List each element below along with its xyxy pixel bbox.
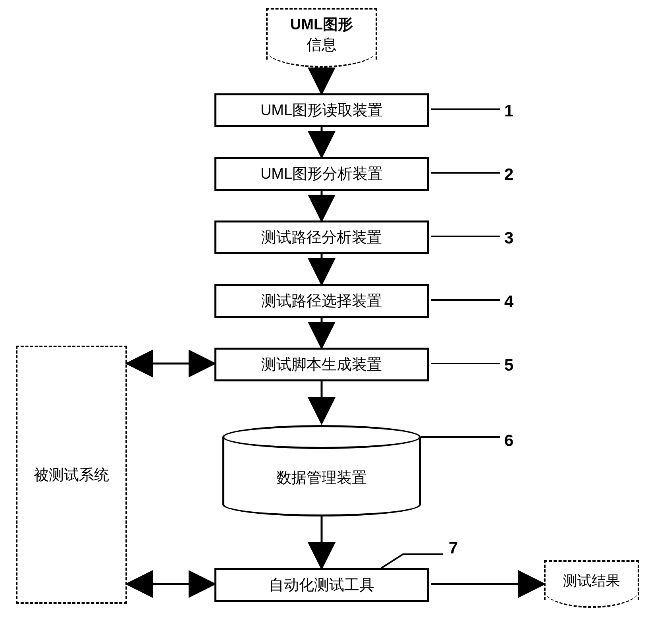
box4-label: 测试路径选择装置 — [261, 291, 382, 311]
cylinder-label: 数据管理装置 — [276, 468, 367, 488]
cylinder-bottom-cover — [224, 493, 419, 505]
box-automation-tool: 自动化测试工具 — [214, 568, 429, 602]
box-test-script-generator: 测试脚本生成装置 — [214, 348, 429, 381]
output-doc-label: 测试结果 — [563, 571, 620, 591]
number-4: 4 — [504, 292, 513, 311]
tested-system-box: 被测试系统 — [16, 346, 127, 604]
box-uml-reader: UML图形读取装置 — [214, 93, 429, 127]
input-doc-line2: 信息 — [307, 35, 337, 55]
diagram-root: UML图形 信息 UML图形读取装置 UML图形分析装置 测试路径分析装置 测试… — [0, 0, 646, 644]
box7-label: 自动化测试工具 — [269, 575, 374, 595]
box-test-path-analyzer: 测试路径分析装置 — [214, 220, 429, 254]
leader-7 — [381, 554, 443, 568]
number-2: 2 — [504, 165, 513, 184]
output-document: 测试结果 — [544, 560, 639, 600]
box3-label: 测试路径分析装置 — [261, 227, 382, 248]
input-doc-line1: UML图形 — [290, 14, 353, 35]
number-1: 1 — [504, 101, 513, 120]
number-7: 7 — [449, 538, 458, 557]
system-label: 被测试系统 — [34, 465, 109, 485]
cylinder-top-shape — [222, 425, 421, 449]
box5-label: 测试脚本生成装置 — [261, 354, 382, 375]
number-6: 6 — [504, 431, 513, 450]
input-document: UML图形 信息 — [266, 8, 377, 60]
box2-label: UML图形分析装置 — [260, 164, 383, 184]
box-test-path-selector: 测试路径选择装置 — [214, 284, 429, 318]
number-3: 3 — [504, 228, 513, 248]
number-5: 5 — [504, 356, 513, 375]
box1-label: UML图形读取装置 — [260, 100, 383, 120]
box-uml-analyzer: UML图形分析装置 — [214, 157, 429, 191]
cylinder-data-manager: 数据管理装置 — [222, 425, 421, 516]
